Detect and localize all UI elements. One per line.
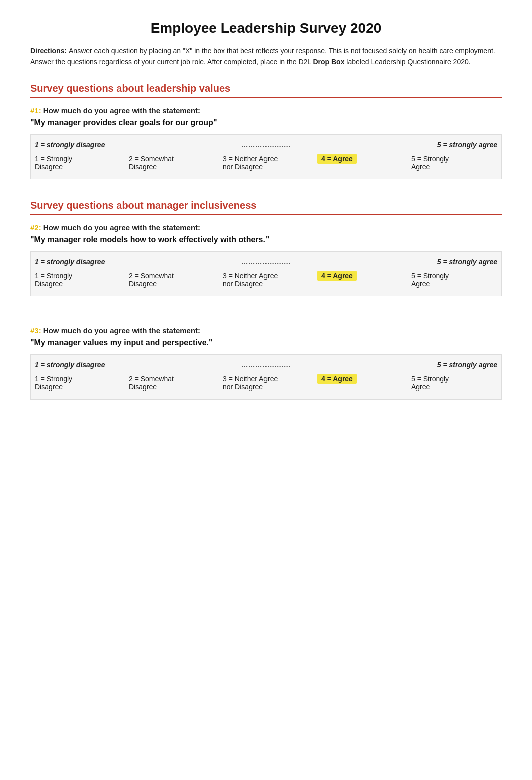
question-number-q2: #2: <box>30 223 43 232</box>
question-header-q2: #2: How much do you agree with the state… <box>30 223 502 232</box>
question-text-q3: "My manager values my input and perspect… <box>30 338 502 347</box>
scale-option-q2-5[interactable]: 5 = StronglyAgree <box>407 270 501 290</box>
scale-option-q2-1[interactable]: 1 = StronglyDisagree <box>31 270 125 290</box>
directions-text: Directions: Answer each question by plac… <box>30 45 502 68</box>
section-section1: Survey questions about leadership values… <box>30 83 502 179</box>
scale-option-q3-2[interactable]: 2 = SomewhatDisagree <box>125 373 219 393</box>
scale-dots-q3: ………………… <box>187 359 344 371</box>
question-number-q1: #1: <box>30 106 43 115</box>
question-text-q1: "My manager provides clear goals for our… <box>30 118 502 127</box>
scale-option-q1-1[interactable]: 1 = StronglyDisagree <box>31 153 125 173</box>
scale-right-label-q2: 5 = strongly agree <box>345 256 501 268</box>
question-header-q1: #1: How much do you agree with the state… <box>30 106 502 115</box>
scale-wrapper-q3: 1 = strongly disagree…………………5 = strongly… <box>30 354 502 400</box>
question-intro-q2: How much do you agree with the statement… <box>43 223 200 232</box>
scale-left-label-q1: 1 = strongly disagree <box>31 139 187 151</box>
scale-left-label-q2: 1 = strongly disagree <box>31 256 187 268</box>
scale-option-q3-3[interactable]: 3 = Neither Agreenor Disagree <box>219 373 313 393</box>
scale-option-q1-5[interactable]: 5 = StronglyAgree <box>407 153 501 173</box>
question-q2: #2: How much do you agree with the state… <box>30 223 502 311</box>
scale-wrapper-q2: 1 = strongly disagree…………………5 = strongly… <box>30 251 502 296</box>
scale-option-q3-1[interactable]: 1 = StronglyDisagree <box>31 373 125 393</box>
directions-end: labeled Leadership Questionnaire 2020. <box>346 58 470 66</box>
question-q1: #1: How much do you agree with the state… <box>30 106 502 179</box>
scale-option-q1-2[interactable]: 2 = SomewhatDisagree <box>125 153 219 173</box>
scale-option-q1-3[interactable]: 3 = Neither Agreenor Disagree <box>219 153 313 173</box>
scale-option-q2-4[interactable]: 4 = Agree <box>313 270 407 290</box>
scale-left-label-q3: 1 = strongly disagree <box>31 359 187 371</box>
dropbox-label: Drop Box <box>313 58 346 66</box>
scale-dots-q1: ………………… <box>187 139 344 151</box>
question-intro-q3: How much do you agree with the statement… <box>43 326 200 335</box>
scale-wrapper-q1: 1 = strongly disagree…………………5 = strongly… <box>30 134 502 179</box>
scale-option-q3-5[interactable]: 5 = StronglyAgree <box>407 373 501 393</box>
scale-dots-q2: ………………… <box>187 256 344 268</box>
question-number-q3: #3: <box>30 326 43 335</box>
question-text-q2: "My manager role models how to work effe… <box>30 235 502 244</box>
scale-right-label-q3: 5 = strongly agree <box>345 359 501 371</box>
section-title-section1: Survey questions about leadership values <box>30 83 502 98</box>
question-intro-q1: How much do you agree with the statement… <box>43 106 200 115</box>
question-q3: #3: How much do you agree with the state… <box>30 326 502 400</box>
scale-option-q2-3[interactable]: 3 = Neither Agreenor Disagree <box>219 270 313 290</box>
directions-label: Directions: <box>30 47 69 55</box>
question-header-q3: #3: How much do you agree with the state… <box>30 326 502 335</box>
scale-option-q3-4[interactable]: 4 = Agree <box>313 373 407 393</box>
scale-option-q2-2[interactable]: 2 = SomewhatDisagree <box>125 270 219 290</box>
scale-option-q1-4[interactable]: 4 = Agree <box>313 153 407 173</box>
sections-container: Survey questions about leadership values… <box>30 83 502 400</box>
section-section2: Survey questions about manager inclusive… <box>30 200 502 400</box>
scale-right-label-q1: 5 = strongly agree <box>345 139 501 151</box>
section-title-section2: Survey questions about manager inclusive… <box>30 200 502 215</box>
page-title: Employee Leadership Survey 2020 <box>30 20 502 36</box>
